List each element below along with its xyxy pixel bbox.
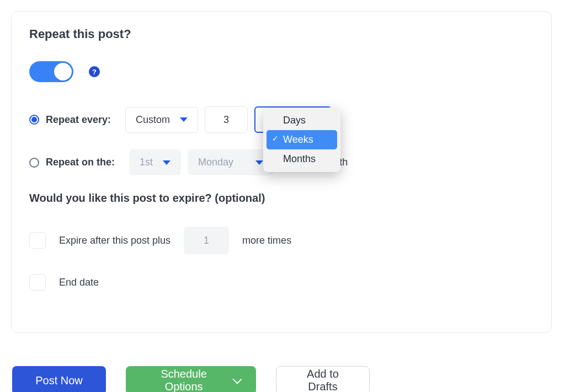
end-date-label: End date <box>59 277 99 288</box>
schedule-label: Schedule Options <box>141 368 226 392</box>
end-date-row: End date <box>29 274 534 291</box>
expire-count-input[interactable] <box>184 227 229 254</box>
schedule-options-button[interactable]: Schedule Options <box>126 366 256 392</box>
repeat-every-label: Repeat every: <box>46 114 111 126</box>
unit-option-days[interactable]: Days <box>266 111 337 130</box>
end-date-checkbox[interactable] <box>29 274 46 291</box>
unit-dropdown: Days Weeks Months <box>263 108 340 172</box>
add-to-drafts-button[interactable]: Add to Drafts <box>276 366 370 392</box>
expire-after-row: Expire after this post plus more times <box>29 227 534 254</box>
expire-after-post: more times <box>242 235 291 246</box>
caret-down-icon <box>255 160 263 165</box>
weekday-value: Monday <box>198 157 233 168</box>
repeat-post-panel: Repeat this post? ? Repeat every: Custom… <box>11 11 552 333</box>
expire-after-pre: Expire after this post plus <box>59 235 170 246</box>
ordinal-select[interactable]: 1st <box>129 149 181 175</box>
caret-down-icon <box>163 160 170 165</box>
repeat-on-label: Repeat on the: <box>46 157 115 168</box>
preset-select[interactable]: Custom <box>125 107 198 133</box>
toggle-knob <box>54 63 72 80</box>
expire-after-checkbox[interactable] <box>29 232 46 249</box>
toggle-row: ? <box>29 61 534 82</box>
help-icon[interactable]: ? <box>89 66 100 77</box>
repeat-count-input[interactable] <box>205 106 248 133</box>
repeat-toggle[interactable] <box>29 61 73 82</box>
radio-repeat-on[interactable] <box>29 158 39 168</box>
unit-option-weeks[interactable]: Weeks <box>266 130 337 149</box>
chevron-down-icon <box>233 375 242 384</box>
weekday-select[interactable]: Monday <box>188 149 274 175</box>
caret-down-icon <box>180 117 188 122</box>
post-now-button[interactable]: Post Now <box>12 366 106 392</box>
ordinal-value: 1st <box>140 157 153 168</box>
repeat-heading: Repeat this post? <box>29 27 534 41</box>
unit-option-months[interactable]: Months <box>266 149 337 169</box>
radio-repeat-every[interactable] <box>29 115 39 125</box>
action-row: Post Now Schedule Options Add to Drafts <box>12 366 554 392</box>
expire-heading: Would you like this post to expire? (opt… <box>29 192 534 205</box>
preset-value: Custom <box>136 114 170 126</box>
